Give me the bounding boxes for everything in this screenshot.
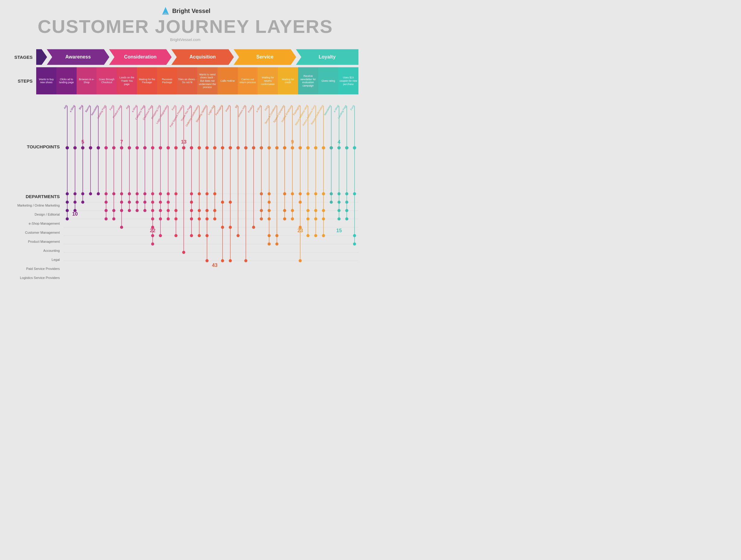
dept-dot xyxy=(291,218,294,221)
dept-name: Paid Service Providers xyxy=(12,264,63,273)
dept-dot xyxy=(151,209,154,212)
dept-dot xyxy=(283,192,286,195)
touchpoint-label: Login App xyxy=(207,104,215,115)
dept-dot xyxy=(159,209,162,212)
dept-dot xyxy=(275,242,278,245)
touchpoint-count: 7 xyxy=(120,139,123,145)
dept-dot xyxy=(345,218,348,221)
step-box: Calls Hotline xyxy=(217,67,238,94)
step-box: Gives rating xyxy=(318,67,339,94)
dept-dot xyxy=(307,192,310,195)
logo-icon xyxy=(160,6,170,16)
dept-dot xyxy=(135,201,138,204)
step-box: Receive newsletter for evaluation campai… xyxy=(298,67,318,94)
dept-dot xyxy=(120,201,123,204)
dept-dot xyxy=(307,218,310,221)
dept-dot xyxy=(74,201,77,204)
dept-dot xyxy=(268,218,271,221)
dept-dot xyxy=(275,234,278,237)
dept-dot xyxy=(151,192,154,195)
dept-dot xyxy=(198,209,201,212)
dept-name: Product Management xyxy=(12,237,63,246)
dept-dot xyxy=(338,209,341,212)
dept-dot xyxy=(198,218,201,221)
dept-dot xyxy=(120,226,123,229)
touchpoint-label: e-Shop xyxy=(69,104,75,113)
step-box: Tries on shoes - Do not fit xyxy=(177,67,197,94)
dept-dot xyxy=(260,209,263,212)
dept-dot xyxy=(291,192,294,195)
dept-dot xyxy=(299,192,302,195)
step-box: Uses $19 coupon for new purchase xyxy=(338,67,358,94)
dept-dot xyxy=(283,209,286,212)
dept-dot xyxy=(128,192,131,195)
header: Bright Vessel CUSTOMER JOURNEY LAYERS Br… xyxy=(12,6,358,46)
dept-dot xyxy=(213,218,216,221)
steps-label: STEPS xyxy=(12,78,36,84)
dept-dot xyxy=(213,209,216,212)
touchpoint-label: Newsletter xyxy=(90,104,99,116)
dept-dot xyxy=(159,218,162,221)
dept-dot xyxy=(229,201,232,204)
step-box: Browses in e-Shop xyxy=(77,67,97,94)
dept-dot xyxy=(112,209,115,212)
dept-dot xyxy=(143,192,146,195)
stages-container: Awareness Consideration Acquisition Serv… xyxy=(36,49,358,65)
dept-dot xyxy=(105,218,108,221)
dept-name: Accounting xyxy=(12,246,63,255)
left-labels: TOUCHPOINTS DEPARTMENTS Marketing / Onli… xyxy=(12,97,63,282)
dept-dot xyxy=(198,192,201,195)
dept-dot xyxy=(190,192,193,195)
dept-dot xyxy=(166,201,170,204)
steps-container: Wants to buy new shoesClicks ad to landi… xyxy=(36,67,358,94)
dept-count: 43 xyxy=(212,262,218,268)
dept-dot xyxy=(159,201,162,204)
dept-dot xyxy=(338,192,341,195)
dept-dot xyxy=(190,234,193,237)
dept-dot xyxy=(151,234,154,237)
dept-dot xyxy=(221,226,224,229)
dept-dot xyxy=(268,192,271,195)
step-box: Clicks ad to landing page xyxy=(56,67,77,94)
dept-dot xyxy=(291,209,294,212)
dept-dot xyxy=(314,218,317,221)
stage-label-consideration: Consideration xyxy=(124,54,156,60)
step-box: Lands on the Thank You page xyxy=(117,67,137,94)
dept-dot xyxy=(314,209,317,212)
touchpoint-label: Newsletter xyxy=(323,104,332,116)
dept-dot xyxy=(213,192,216,195)
chart-area: Adse-ShopBlogBannerNewsletterLanding Pag… xyxy=(63,97,358,282)
dept-dot xyxy=(66,201,69,204)
dept-count: 10 xyxy=(72,211,78,217)
dept-dot xyxy=(268,209,271,212)
dept-dot xyxy=(151,218,154,221)
dept-dot xyxy=(205,234,208,237)
stage-acquisition: Acquisition xyxy=(172,49,234,65)
dept-dot xyxy=(159,192,162,195)
departments-section-label-wrapper: DEPARTMENTS Marketing / Online Marketing… xyxy=(12,194,63,282)
dept-dot xyxy=(74,192,77,195)
logo-text: Bright Vessel xyxy=(172,8,211,14)
step-box: Receives Package xyxy=(157,67,178,94)
touchpoint-label: Banner xyxy=(84,104,91,113)
dept-dot xyxy=(283,218,286,221)
stage-start xyxy=(36,49,47,65)
dept-dot xyxy=(128,201,131,204)
dept-dot xyxy=(66,218,69,221)
dept-dot xyxy=(143,201,146,204)
dept-dot xyxy=(345,209,348,212)
stage-awareness: Awareness xyxy=(47,49,109,65)
subtitle: BrightVessel.com xyxy=(170,37,200,42)
dept-dot xyxy=(166,218,170,221)
page: Bright Vessel CUSTOMER JOURNEY LAYERS Br… xyxy=(0,0,370,291)
dept-name: Legal xyxy=(12,255,63,264)
dept-dot xyxy=(182,251,185,254)
stage-label-service: Service xyxy=(256,54,273,60)
dept-dot xyxy=(81,192,84,195)
step-box: Waiting for credit xyxy=(278,67,298,94)
dept-dot xyxy=(353,242,356,245)
stages-label: STAGES xyxy=(12,55,36,60)
touchpoint-label: Drivers note xyxy=(237,104,247,117)
dept-dot xyxy=(166,209,170,212)
dept-dot xyxy=(112,218,115,221)
